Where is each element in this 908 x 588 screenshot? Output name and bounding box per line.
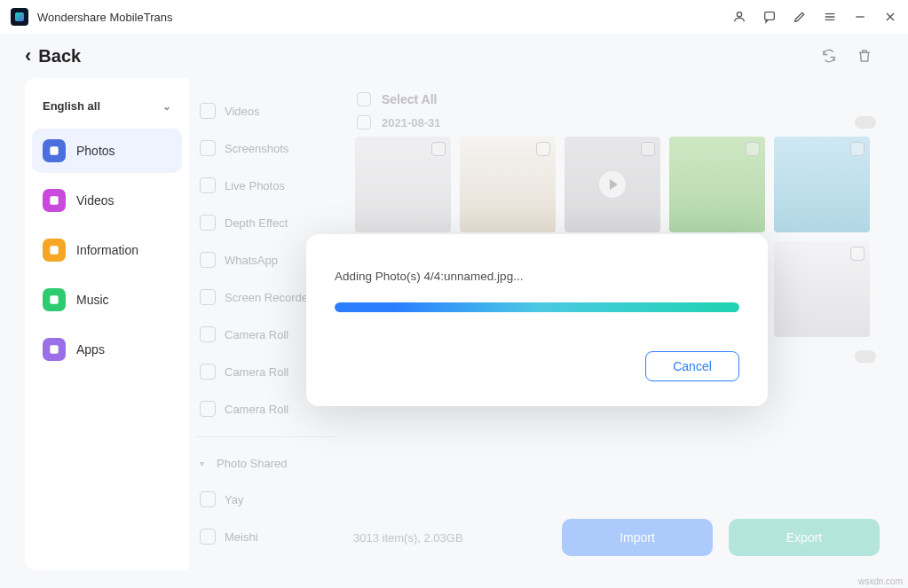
sidebar-item-photos[interactable]: Photos (32, 129, 182, 173)
album-icon (200, 177, 216, 193)
album-icon (200, 140, 216, 156)
sidebar-item-label: Apps (76, 342, 105, 357)
thumbnail-checkbox[interactable] (431, 142, 446, 156)
album-icon (200, 326, 216, 342)
watermark: wsxdn.com (858, 576, 903, 586)
photo-shared-header[interactable]: ▾ Photo Shared (193, 446, 341, 481)
close-icon[interactable] (883, 10, 897, 24)
album-icon (200, 529, 216, 545)
svg-rect-6 (50, 345, 58, 353)
apps-icon (43, 338, 66, 361)
caret-down-icon: ▾ (200, 459, 204, 468)
photo-thumbnail[interactable] (669, 137, 765, 232)
chevron-left-icon: ‹ (25, 44, 31, 67)
sidebar-item-music[interactable]: Music (32, 278, 182, 322)
thumbnail-checkbox[interactable] (746, 142, 760, 156)
information-icon (43, 239, 66, 262)
album-icon (200, 401, 216, 417)
svg-rect-3 (50, 196, 58, 204)
item-stats: 3013 item(s), 2.03GB (353, 531, 463, 545)
back-row: ‹ Back (0, 34, 908, 78)
svg-rect-4 (50, 246, 58, 254)
svg-point-0 (737, 12, 741, 17)
refresh-icon[interactable] (821, 48, 837, 64)
sidebar-item-label: Videos (76, 193, 114, 208)
sidebar-item-label: Music (76, 293, 109, 307)
feedback-icon[interactable] (762, 10, 777, 24)
language-selector[interactable]: English all ⌄ (32, 94, 182, 129)
sidebar-item-information[interactable]: Information (32, 228, 182, 272)
footer-bar: 3013 item(s), 2.03GB Import Export (344, 505, 888, 570)
album-item[interactable]: Live Photos (193, 167, 341, 204)
progress-dialog: Adding Photo(s) 4/4:unnamed.jpg... Cance… (306, 234, 768, 406)
cancel-button[interactable]: Cancel (645, 351, 739, 381)
app-logo (11, 8, 28, 26)
sidebar-item-label: Photos (76, 144, 115, 158)
thumbnail-checkbox[interactable] (850, 247, 865, 261)
shared-album-item[interactable]: Yay (193, 481, 341, 518)
svg-rect-1 (765, 12, 775, 20)
photos-icon (43, 139, 66, 162)
count-pill (855, 350, 876, 363)
progress-message: Adding Photo(s) 4/4:unnamed.jpg... (335, 270, 739, 283)
language-label: English all (43, 99, 100, 113)
progress-fill (335, 302, 739, 312)
photo-thumbnail[interactable] (355, 137, 451, 232)
play-icon (599, 171, 626, 198)
back-button[interactable]: ‹ Back (25, 44, 81, 67)
album-icon (200, 491, 216, 507)
import-button[interactable]: Import (562, 519, 713, 556)
music-icon (43, 288, 66, 311)
photo-thumbnail[interactable] (774, 137, 870, 232)
trash-icon[interactable] (857, 48, 872, 64)
back-label: Back (38, 46, 81, 67)
album-icon (200, 103, 216, 119)
app-title: Wondershare MobileTrans (37, 11, 172, 24)
count-pill (855, 116, 876, 129)
minimize-icon[interactable] (853, 10, 867, 24)
sidebar-item-apps[interactable]: Apps (32, 327, 182, 372)
export-button[interactable]: Export (729, 519, 880, 556)
user-icon[interactable] (732, 10, 746, 24)
photo-thumbnail[interactable] (774, 241, 870, 337)
thumbnail-checkbox[interactable] (641, 142, 655, 156)
date-group-label: 2021-08-31 (382, 116, 441, 129)
album-icon (200, 364, 216, 380)
svg-rect-5 (50, 295, 58, 303)
thumbnail-checkbox[interactable] (536, 142, 550, 156)
photo-thumbnail[interactable] (565, 137, 660, 232)
videos-icon (43, 189, 66, 212)
photo-thumbnail[interactable] (460, 137, 556, 232)
album-icon (200, 289, 216, 305)
sidebar-item-label: Information (76, 243, 138, 257)
album-icon (200, 252, 216, 268)
sidebar: English all ⌄ Photos Videos Information … (25, 78, 189, 570)
chevron-down-icon: ⌄ (162, 100, 171, 113)
album-item[interactable]: Videos (193, 92, 341, 129)
shared-album-item[interactable]: Meishi (193, 518, 341, 555)
progress-bar (335, 302, 739, 312)
edit-icon[interactable] (793, 10, 807, 24)
album-item[interactable]: Screenshots (193, 129, 341, 167)
select-all-label: Select All (382, 92, 438, 106)
svg-rect-2 (50, 146, 58, 154)
album-icon (200, 215, 216, 231)
select-all-checkbox[interactable] (357, 92, 371, 106)
thumbnail-checkbox[interactable] (850, 142, 865, 156)
sidebar-item-videos[interactable]: Videos (32, 178, 182, 223)
menu-icon[interactable] (823, 10, 837, 24)
titlebar: Wondershare MobileTrans (0, 0, 908, 34)
date-group-checkbox[interactable] (357, 115, 371, 129)
